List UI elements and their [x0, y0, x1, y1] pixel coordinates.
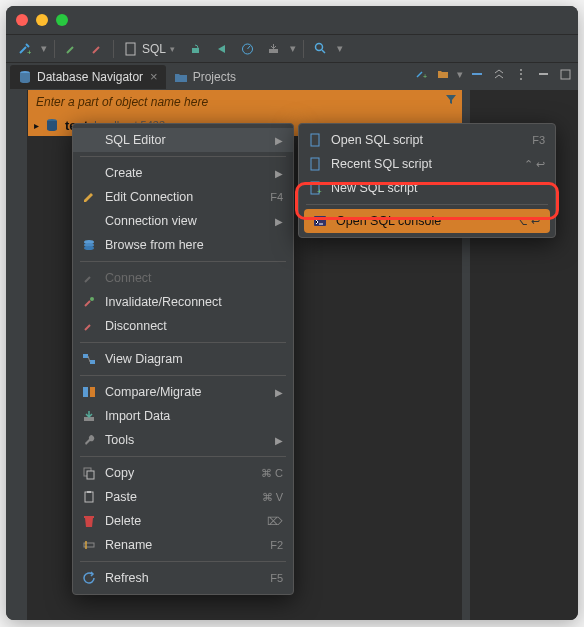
menu-item-paste[interactable]: Paste ⌘ V [73, 485, 293, 509]
app-window: + ▾ SQL ▾ ▾ ▾ Database Navigator × Proje… [6, 6, 578, 620]
rollback-button[interactable] [209, 38, 233, 60]
shortcut-label: ⌘ C [261, 467, 283, 480]
pencil-icon [81, 189, 97, 205]
unplug-icon [81, 318, 97, 334]
copy-icon [81, 465, 97, 481]
connect-toolbar-button[interactable] [59, 38, 83, 60]
sql-file-icon [307, 156, 323, 172]
postgres-icon [45, 118, 59, 132]
menu-item-delete[interactable]: Delete ⌦ [73, 509, 293, 533]
window-maximize-button[interactable] [56, 14, 68, 26]
maximize-panel-icon[interactable] [556, 65, 574, 83]
minimize-panel-icon[interactable] [534, 65, 552, 83]
menu-item-browse-from-here[interactable]: Browse from here [73, 233, 293, 257]
menu-label: Paste [105, 490, 246, 504]
menu-label: Connection view [105, 214, 267, 228]
svg-text:+: + [423, 73, 427, 80]
dropdown-icon[interactable]: ▾ [456, 65, 464, 83]
svg-rect-18 [90, 387, 95, 397]
menu-item-sql-editor[interactable]: SQL Editor ▶ [73, 128, 293, 152]
menu-label: Compare/Migrate [105, 385, 267, 399]
menu-item-compare[interactable]: Compare/Migrate ▶ [73, 380, 293, 404]
sql-script-button[interactable]: SQL ▾ [118, 38, 181, 60]
menu-item-rename[interactable]: Rename F2 [73, 533, 293, 557]
new-connection-dropdown[interactable]: ▾ [38, 38, 50, 60]
menu-separator [80, 156, 286, 157]
svg-rect-26 [311, 134, 319, 146]
sql-editor-submenu: Open SQL script F3 Recent SQL script ⌃ ↩… [298, 123, 556, 238]
collapse-all-icon[interactable] [490, 65, 508, 83]
export-dropdown[interactable]: ▾ [287, 38, 299, 60]
menu-label: New SQL script [331, 181, 545, 195]
sql-label: SQL [142, 42, 166, 56]
export-button[interactable] [261, 38, 285, 60]
window-minimize-button[interactable] [36, 14, 48, 26]
tab-projects[interactable]: Projects [166, 65, 244, 89]
side-tab-strip[interactable] [6, 90, 28, 620]
menu-item-view-diagram[interactable]: View Diagram [73, 347, 293, 371]
menu-item-refresh[interactable]: Refresh F5 [73, 566, 293, 590]
menu-item-import-data[interactable]: Import Data [73, 404, 293, 428]
svg-rect-4 [269, 49, 278, 53]
close-tab-icon[interactable]: × [150, 69, 158, 84]
menu-item-edit-connection[interactable]: Edit Connection F4 [73, 185, 293, 209]
tab-database-navigator[interactable]: Database Navigator × [10, 65, 166, 89]
folder-icon [174, 70, 188, 84]
menu-label: Refresh [105, 571, 254, 585]
menu-item-tools[interactable]: Tools ▶ [73, 428, 293, 452]
submenu-arrow-icon: ▶ [275, 216, 283, 227]
menu-item-create[interactable]: Create ▶ [73, 161, 293, 185]
menu-item-connection-view[interactable]: Connection view ▶ [73, 209, 293, 233]
svg-rect-23 [87, 491, 91, 493]
menu-label: Import Data [105, 409, 283, 423]
console-icon [312, 213, 328, 229]
shortcut-label: F3 [532, 134, 545, 146]
menu-label: Tools [105, 433, 267, 447]
menu-label: Copy [105, 466, 245, 480]
sql-file-icon [124, 42, 138, 56]
search-button[interactable] [308, 38, 332, 60]
filter-funnel-icon[interactable] [444, 92, 458, 106]
toolbar-separator [54, 40, 55, 58]
commit-button[interactable] [183, 38, 207, 60]
menu-label: Create [105, 166, 267, 180]
svg-rect-16 [90, 360, 95, 364]
menu-label: Open SQL script [331, 133, 516, 147]
menu-label: Connect [105, 271, 283, 285]
menu-item-invalidate[interactable]: Invalidate/Reconnect [73, 290, 293, 314]
expand-arrow-icon[interactable]: ▸ [34, 120, 39, 131]
filter-input[interactable]: Enter a part of object name here [28, 90, 462, 114]
blank-icon [81, 132, 97, 148]
svg-rect-24 [84, 516, 94, 518]
reconnect-icon [81, 294, 97, 310]
disconnect-toolbar-button[interactable] [85, 38, 109, 60]
menu-label: Disconnect [105, 319, 283, 333]
submenu-item-recent-script[interactable]: Recent SQL script ⌃ ↩ [299, 152, 555, 176]
filter-placeholder: Enter a part of object name here [36, 95, 208, 109]
submenu-item-new-script[interactable]: + New SQL script [299, 176, 555, 200]
submenu-item-open-console[interactable]: Open SQL console ⌃ ⌥ ↩ [304, 209, 550, 233]
svg-rect-8 [539, 73, 548, 75]
svg-rect-2 [192, 48, 199, 53]
shortcut-label: F2 [270, 539, 283, 551]
refresh-icon [81, 570, 97, 586]
menu-separator [80, 261, 286, 262]
shortcut-label: F4 [270, 191, 283, 203]
view-menu-icon[interactable]: ⋮ [512, 65, 530, 83]
menu-item-disconnect[interactable]: Disconnect [73, 314, 293, 338]
submenu-item-open-script[interactable]: Open SQL script F3 [299, 128, 555, 152]
panel-toolbar: + ▾ ⋮ [412, 65, 574, 83]
new-connection-icon[interactable]: + [412, 65, 430, 83]
search-dropdown[interactable]: ▾ [334, 38, 346, 60]
database-icon [18, 70, 32, 84]
link-editor-icon[interactable] [468, 65, 486, 83]
new-connection-button[interactable]: + [12, 38, 36, 60]
window-close-button[interactable] [16, 14, 28, 26]
menu-item-copy[interactable]: Copy ⌘ C [73, 461, 293, 485]
menu-separator [80, 561, 286, 562]
new-folder-icon[interactable] [434, 65, 452, 83]
svg-text:+: + [27, 48, 31, 56]
dashboard-button[interactable] [235, 38, 259, 60]
submenu-arrow-icon: ▶ [275, 435, 283, 446]
titlebar [6, 6, 578, 34]
